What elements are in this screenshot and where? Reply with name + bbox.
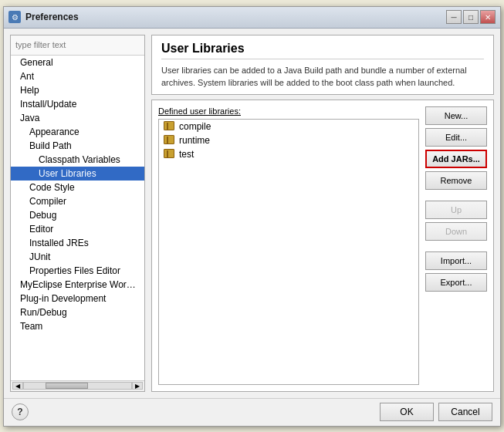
tree-item-code-style[interactable]: Code Style bbox=[11, 181, 144, 194]
tree-item-ant[interactable]: Ant bbox=[11, 69, 144, 83]
tree-item-build-path[interactable]: Build Path bbox=[11, 139, 144, 153]
panel-description: User libraries can be added to a Java Bu… bbox=[161, 64, 484, 89]
tree-item-myeclipse-enterprise-wor-[interactable]: MyEclipse Enterprise Wor… bbox=[11, 278, 144, 292]
maximize-button[interactable]: □ bbox=[463, 10, 479, 24]
content-area: GeneralAntHelpInstall/UpdateJavaAppearan… bbox=[4, 29, 500, 398]
panel-body: Defined user libraries: compile runtime … bbox=[151, 100, 494, 392]
scroll-track[interactable] bbox=[23, 382, 132, 390]
tree-item-help[interactable]: Help bbox=[11, 83, 144, 97]
library-list-area: Defined user libraries: compile runtime … bbox=[158, 106, 419, 385]
tree-item-editor[interactable]: Editor bbox=[11, 222, 144, 236]
title-bar: ⚙ Preferences ─ □ ✕ bbox=[4, 7, 500, 29]
library-item-label: runtime bbox=[179, 135, 210, 146]
preferences-window: ⚙ Preferences ─ □ ✕ GeneralAntHelpInstal… bbox=[3, 6, 501, 427]
tree-container: GeneralAntHelpInstall/UpdateJavaAppearan… bbox=[11, 56, 144, 380]
tree-item-user-libraries[interactable]: User Libraries bbox=[11, 167, 144, 181]
panel-header: User Libraries User libraries can be add… bbox=[151, 35, 494, 95]
import-button[interactable]: Import... bbox=[425, 251, 487, 270]
up-button[interactable]: Up bbox=[425, 201, 487, 219]
library-icon bbox=[164, 121, 176, 132]
tree-item-compiler[interactable]: Compiler bbox=[11, 194, 144, 208]
tree-item-install-update[interactable]: Install/Update bbox=[11, 97, 144, 111]
tree-item-properties-files-editor[interactable]: Properties Files Editor bbox=[11, 264, 144, 278]
scroll-right-arrow[interactable]: ▶ bbox=[132, 382, 143, 390]
add-jars-button[interactable]: Add JARs... bbox=[425, 150, 487, 168]
horizontal-scrollbar[interactable]: ◀ ▶ bbox=[11, 380, 144, 391]
library-item-label: compile bbox=[179, 121, 211, 132]
library-icon bbox=[164, 135, 176, 146]
left-panel: GeneralAntHelpInstall/UpdateJavaAppearan… bbox=[10, 35, 145, 392]
window-icon: ⚙ bbox=[8, 11, 21, 23]
tree-item-classpath-variables[interactable]: Classpath Variables bbox=[11, 153, 144, 167]
export-button[interactable]: Export... bbox=[425, 273, 487, 292]
tree-item-run-debug[interactable]: Run/Debug bbox=[11, 305, 144, 319]
library-item-label: test bbox=[179, 149, 194, 160]
help-button[interactable]: ? bbox=[12, 403, 29, 420]
tree-item-junit[interactable]: JUnit bbox=[11, 250, 144, 264]
library-list: compile runtime test bbox=[158, 119, 419, 385]
panel-title: User Libraries bbox=[161, 42, 484, 59]
ok-button[interactable]: OK bbox=[380, 403, 434, 421]
cancel-button[interactable]: Cancel bbox=[438, 403, 492, 421]
filter-input[interactable] bbox=[11, 35, 144, 56]
bottom-bar: ? OK Cancel bbox=[4, 398, 500, 426]
tree-item-java[interactable]: Java bbox=[11, 111, 144, 125]
right-panel: User Libraries User libraries can be add… bbox=[151, 35, 494, 392]
library-item-compile[interactable]: compile bbox=[159, 120, 418, 133]
tree-item-appearance[interactable]: Appearance bbox=[11, 125, 144, 139]
library-item-runtime[interactable]: runtime bbox=[159, 133, 418, 147]
minimize-button[interactable]: ─ bbox=[446, 10, 462, 24]
scroll-thumb[interactable] bbox=[46, 383, 89, 389]
libraries-label: Defined user libraries: bbox=[158, 106, 419, 116]
window-title: Preferences bbox=[25, 12, 446, 22]
close-button[interactable]: ✕ bbox=[480, 10, 496, 24]
action-buttons-panel: New... Edit... Add JARs... Remove Up Dow… bbox=[425, 106, 487, 385]
window-controls: ─ □ ✕ bbox=[446, 10, 496, 24]
down-button[interactable]: Down bbox=[425, 222, 487, 241]
tree-item-installed-jres[interactable]: Installed JREs bbox=[11, 236, 144, 250]
tree-item-plug-in-development[interactable]: Plug-in Development bbox=[11, 292, 144, 305]
library-icon bbox=[164, 149, 176, 160]
tree-item-general[interactable]: General bbox=[11, 56, 144, 69]
tree-item-debug[interactable]: Debug bbox=[11, 208, 144, 222]
tree-item-team[interactable]: Team bbox=[11, 319, 144, 333]
ok-cancel-area: OK Cancel bbox=[380, 403, 492, 421]
edit-button[interactable]: Edit... bbox=[425, 128, 487, 147]
remove-button[interactable]: Remove bbox=[425, 171, 487, 190]
new-button[interactable]: New... bbox=[425, 106, 487, 125]
library-item-test[interactable]: test bbox=[159, 147, 418, 161]
scroll-left-arrow[interactable]: ◀ bbox=[12, 382, 23, 390]
